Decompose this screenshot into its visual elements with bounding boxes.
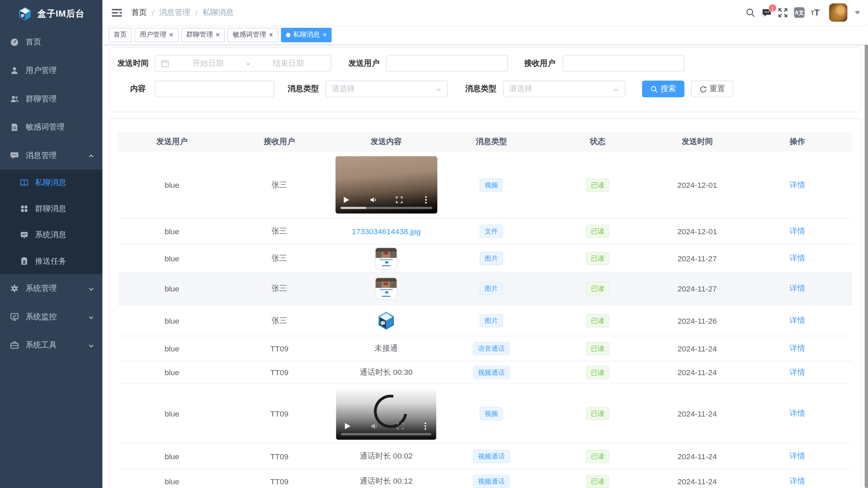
search-icon[interactable] xyxy=(746,7,756,18)
date-end-placeholder: 结束日期 xyxy=(252,58,325,68)
receive-user-input[interactable] xyxy=(562,55,684,72)
app-logo[interactable]: 盒子IM后台 xyxy=(0,0,102,28)
close-icon[interactable]: × xyxy=(269,31,273,38)
sidebar-item-system-tools[interactable]: 系统工具 xyxy=(0,331,102,359)
search-button[interactable]: 搜索 xyxy=(642,81,684,97)
detail-link[interactable]: 详情 xyxy=(790,344,805,354)
video-progress-bar[interactable] xyxy=(340,207,432,209)
content-text: 通话时长 00:02 xyxy=(360,451,413,461)
tab-private-messages[interactable]: 私聊消息× xyxy=(281,27,332,42)
detail-link[interactable]: 详情 xyxy=(790,284,805,294)
detail-link[interactable]: 详情 xyxy=(790,253,805,263)
scrollbar-thumb[interactable] xyxy=(865,21,868,488)
sidebar-item-users[interactable]: 用户管理 xyxy=(0,56,102,85)
sidebar-item-label: 首页 xyxy=(25,37,41,47)
open-book-icon xyxy=(20,179,28,187)
more-icon[interactable] xyxy=(421,422,429,430)
sidebar-item-label: 敏感词管理 xyxy=(25,122,64,132)
grid-icon xyxy=(20,205,28,213)
sidebar-item-sensitive-words[interactable]: 敏感词管理 xyxy=(0,113,102,141)
sidebar-item-groups[interactable]: 群聊管理 xyxy=(0,84,102,113)
messages-notification-icon[interactable]: 1 xyxy=(762,7,772,18)
tab-group-management[interactable]: 群聊管理× xyxy=(181,27,225,42)
reset-button[interactable]: 重置 xyxy=(691,81,733,97)
cell-action: 详情 xyxy=(742,344,852,354)
content-text: 未接通 xyxy=(374,344,398,354)
volume-icon[interactable] xyxy=(370,196,378,203)
dashboard-icon xyxy=(10,38,19,46)
sidebar-item-label: 群聊管理 xyxy=(25,94,57,104)
sidebar-item-group-messages[interactable]: 群聊消息 xyxy=(0,196,102,222)
breadcrumb-separator: / xyxy=(152,8,154,17)
play-icon[interactable] xyxy=(343,422,351,430)
image-thumbnail[interactable] xyxy=(375,247,398,269)
detail-link[interactable]: 详情 xyxy=(790,226,805,237)
msg-type-select[interactable]: 请选择 xyxy=(326,81,448,97)
sidebar-collapse-icon[interactable] xyxy=(111,7,122,18)
sidebar-item-system-monitor[interactable]: 系统监控 xyxy=(0,302,102,331)
message-type-tag: 文件 xyxy=(480,225,503,238)
more-icon[interactable] xyxy=(422,196,430,203)
sidebar-item-push-tasks[interactable]: 推送任务 xyxy=(0,248,102,274)
detail-link[interactable]: 详情 xyxy=(790,316,805,326)
logo-image-thumbnail[interactable] xyxy=(375,310,397,331)
fullscreen-icon[interactable] xyxy=(395,196,403,203)
image-thumbnail[interactable] xyxy=(375,278,398,300)
toolbox-icon xyxy=(10,341,19,349)
sidebar-item-label: 推送任务 xyxy=(35,256,66,266)
avatar[interactable] xyxy=(829,3,847,22)
sidebar-item-system-messages[interactable]: 系统消息 xyxy=(0,222,102,248)
close-icon[interactable]: × xyxy=(216,31,220,38)
breadcrumb-home[interactable]: 首页 xyxy=(131,7,147,18)
breadcrumb: 首页 / 消息管理 / 私聊消息 xyxy=(131,7,233,18)
chevron-down-icon xyxy=(613,86,619,93)
video-player[interactable] xyxy=(335,156,437,214)
status-tag: 已读 xyxy=(586,251,609,265)
file-link[interactable]: 1733034614438.jpg xyxy=(352,227,421,236)
table-row: blueTT09通话时长 00:12视频通话已读2024-11-24详情 xyxy=(118,469,852,488)
sidebar-item-home[interactable]: 首页 xyxy=(0,28,102,56)
sidebar-item-system-management[interactable]: 系统管理 xyxy=(0,274,102,303)
video-progress-bar[interactable] xyxy=(341,433,431,435)
detail-link[interactable]: 详情 xyxy=(790,367,805,378)
video-player[interactable] xyxy=(336,387,436,440)
close-icon[interactable]: × xyxy=(323,31,327,38)
language-icon[interactable]: A文 xyxy=(794,7,805,18)
sidebar-item-label: 私聊消息 xyxy=(35,178,66,188)
fullscreen-icon[interactable] xyxy=(778,7,788,18)
msg-type2-select[interactable]: 请选择 xyxy=(503,81,625,97)
content-input[interactable] xyxy=(155,81,274,97)
cell-content: 通话时长 00:02 xyxy=(333,451,440,461)
send-user-input[interactable] xyxy=(386,55,508,72)
date-range-input[interactable]: 开始日期 - 结束日期 xyxy=(155,55,331,72)
play-icon[interactable] xyxy=(343,196,350,203)
tab-user-management[interactable]: 用户管理× xyxy=(135,27,178,42)
cell-content xyxy=(333,278,440,300)
box-im-logo-icon xyxy=(18,7,33,21)
detail-link[interactable]: 详情 xyxy=(790,409,805,419)
sidebar-item-messages[interactable]: 消息管理 xyxy=(0,141,102,170)
volume-icon[interactable] xyxy=(370,422,378,430)
table-body: blue张三视频已读2024-12-01详情blue张三173303461443… xyxy=(118,152,852,488)
messages-table-panel: 发送用户 接收用户 发送内容 消息类型 状态 发送时间 操作 blue张三视频已… xyxy=(109,118,862,488)
detail-link[interactable]: 详情 xyxy=(790,451,805,461)
cell-status: 已读 xyxy=(543,282,652,295)
font-size-icon[interactable]: TT xyxy=(811,8,819,17)
fullscreen-icon[interactable] xyxy=(396,422,404,430)
close-icon[interactable]: × xyxy=(169,31,173,38)
cell-action: 详情 xyxy=(742,180,852,190)
tab-sensitive-words[interactable]: 敏感词管理× xyxy=(228,27,278,42)
tab-home[interactable]: 首页 xyxy=(109,27,132,42)
user-menu-caret-icon[interactable] xyxy=(855,11,860,14)
filter-panel: 发送时间 开始日期 - 结束日期 发送用户 接收用户 内容 消息类型 xyxy=(109,47,862,112)
breadcrumb-message-management[interactable]: 消息管理 xyxy=(159,7,190,18)
cell-sender: blue xyxy=(118,254,226,263)
sidebar-item-private-messages[interactable]: 私聊消息 xyxy=(0,169,102,196)
detail-link[interactable]: 详情 xyxy=(790,180,805,190)
cell-sender: blue xyxy=(118,316,226,325)
content-text: 通话时长 00:30 xyxy=(360,367,413,378)
detail-link[interactable]: 详情 xyxy=(790,476,805,486)
chevron-up-icon xyxy=(88,152,95,159)
cell-content xyxy=(333,156,440,214)
table-header-row: 发送用户 接收用户 发送内容 消息类型 状态 发送时间 操作 xyxy=(118,132,852,152)
